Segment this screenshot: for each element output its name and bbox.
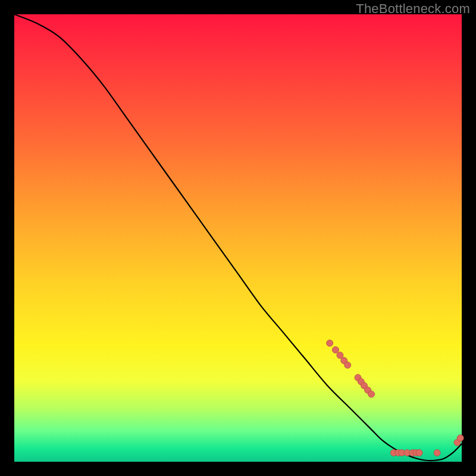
data-marker: [457, 435, 464, 441]
data-marker: [327, 340, 333, 346]
plot-area: [14, 14, 462, 462]
data-marker: [416, 449, 422, 456]
bottleneck-curve: [14, 14, 462, 461]
chart-frame: TheBottleneck.com: [0, 0, 476, 476]
curve-markers: [327, 340, 464, 456]
curve-svg: [14, 14, 462, 462]
data-marker: [332, 347, 339, 353]
data-marker: [434, 449, 440, 456]
data-marker: [345, 362, 351, 368]
data-marker: [368, 391, 375, 397]
data-marker: [337, 352, 343, 359]
